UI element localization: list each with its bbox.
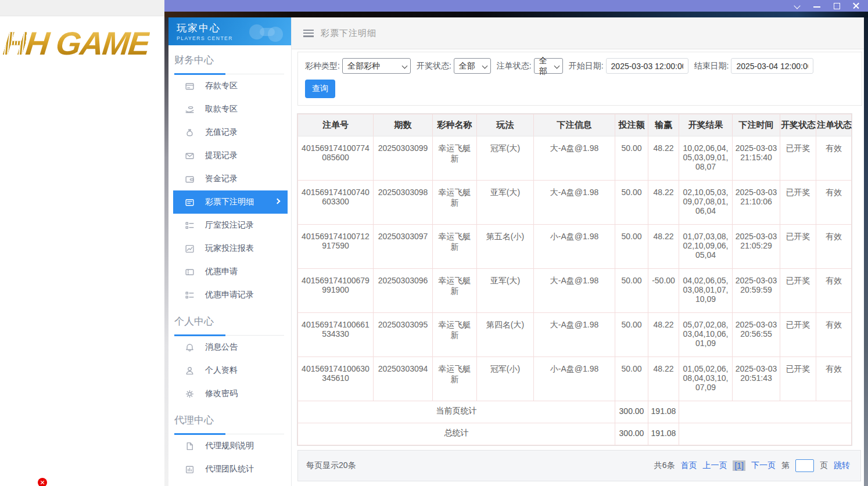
column-header: 期数 xyxy=(374,114,433,136)
sidebar-item-label: 提现记录 xyxy=(205,150,238,161)
sidebar-header: 玩家中心 PLAYERS CENTER xyxy=(168,17,291,45)
table-cell: 20250303097 xyxy=(374,225,433,269)
sidebar-item-优惠申请[interactable]: 优惠申请 xyxy=(168,260,291,283)
summary-label: 总统计 xyxy=(298,423,615,445)
sidebar-item-存款专区[interactable]: 存款专区 xyxy=(168,74,291,98)
sidebar-item-label: 厅室投注记录 xyxy=(205,220,254,231)
table-cell: 有效 xyxy=(816,181,852,225)
page-jump-input[interactable] xyxy=(795,459,814,472)
bet-card-icon xyxy=(185,197,195,207)
column-header: 彩种名称 xyxy=(433,114,477,136)
start-date-input[interactable] xyxy=(606,58,688,74)
sidebar-item-消息公告[interactable]: 消息公告 xyxy=(168,336,291,359)
column-header: 玩法 xyxy=(477,114,534,136)
sidebar-item-label: 存款专区 xyxy=(205,81,238,91)
next-page-link[interactable]: 下一页 xyxy=(751,460,776,471)
summary-bet-total: 300.00 xyxy=(615,423,648,445)
table-cell: 20250303096 xyxy=(374,269,433,313)
background-page: HH GAME ✕ xyxy=(0,0,164,486)
sidebar-item-个人资料[interactable]: 个人资料 xyxy=(168,359,291,382)
table-cell: 50.00 xyxy=(615,313,648,357)
stats-icon xyxy=(185,465,195,474)
sidebar-item-资金记录[interactable]: 资金记录 xyxy=(168,167,291,190)
summary-empty xyxy=(679,423,852,445)
table-cell: 2025-03-03 20:59:59 xyxy=(733,269,780,313)
per-page-text: 每页显示20条 xyxy=(306,460,356,471)
sidebar-item-label: 资金记录 xyxy=(205,174,238,184)
summary-bet-total: 300.00 xyxy=(615,401,648,423)
filter-panel: 彩种类型: 全部彩种 开奖状态: 全部 注单状态: 全部 xyxy=(297,52,862,106)
sidebar-item-label: 取款专区 xyxy=(205,104,238,114)
sidebar-item-玩家投注报表[interactable]: 玩家投注报表 xyxy=(168,237,291,260)
table-row: 40156917410071291759020250303097幸运飞艇新第五名… xyxy=(298,225,852,269)
table-cell: 亚军(大) xyxy=(477,269,534,313)
sidebar-section-header: 代理中心 xyxy=(174,413,284,434)
column-header: 下注时间 xyxy=(733,114,780,136)
envelope-icon xyxy=(185,151,195,161)
table-cell: 第四名(大) xyxy=(477,313,534,357)
summary-empty xyxy=(679,401,852,423)
list-icon xyxy=(185,221,195,231)
table-cell: 有效 xyxy=(816,269,852,313)
table-cell: 已开奖 xyxy=(780,136,816,181)
query-button[interactable]: 查询 xyxy=(305,80,335,98)
draw-status-select[interactable]: 全部 xyxy=(454,58,491,74)
sidebar-item-label: 优惠申请记录 xyxy=(205,290,254,300)
withdraw-hand-icon xyxy=(185,105,195,114)
table-cell: 冠军(小) xyxy=(477,357,534,401)
jump-button[interactable]: 跳转 xyxy=(834,460,850,471)
chevron-down-icon xyxy=(401,64,407,69)
table-cell: 401569174100630345610 xyxy=(298,357,374,401)
main-panel: 彩票下注明细 彩种类型: 全部彩种 开奖状态: 全部 xyxy=(292,17,864,486)
table-cell: 04,02,06,05,03,08,01,07,10,09 xyxy=(679,269,733,313)
table-cell: 48.22 xyxy=(648,357,679,401)
coupon-icon xyxy=(185,267,195,277)
chevron-down-icon xyxy=(553,64,559,69)
gear-icon xyxy=(185,389,195,399)
table-cell: 有效 xyxy=(816,225,852,269)
sidebar-item-label: 代理规则说明 xyxy=(205,441,254,451)
window-frame-left xyxy=(164,17,168,486)
sidebar-item-提现记录[interactable]: 提现记录 xyxy=(168,144,291,167)
table-row: 40156917410063034561020250303094幸运飞艇新冠军(… xyxy=(298,357,852,401)
table-cell: 幸运飞艇新 xyxy=(433,225,477,269)
list-icon xyxy=(185,290,195,300)
sidebar-item-彩票下注明细[interactable]: 彩票下注明细 xyxy=(173,190,288,214)
sidebar-item-label: 优惠申请 xyxy=(205,267,238,277)
table-cell: 20250303094 xyxy=(374,357,433,401)
current-page-indicator: [1] xyxy=(733,460,745,471)
maximize-icon[interactable] xyxy=(833,2,840,9)
sidebar-item-label: 彩票下注明细 xyxy=(205,197,254,207)
table-row: 40156917410077408560020250303099幸运飞艇新冠军(… xyxy=(298,136,852,181)
bell-icon xyxy=(185,343,195,352)
table-cell: 冠军(大) xyxy=(477,136,534,181)
moneybag-icon xyxy=(185,128,195,138)
end-date-input[interactable] xyxy=(731,58,813,74)
first-page-link[interactable]: 首页 xyxy=(680,460,697,471)
window-frame-right xyxy=(864,17,868,486)
close-icon[interactable] xyxy=(853,2,860,9)
chevron-right-icon xyxy=(275,199,281,204)
sidebar-item-优惠申请记录[interactable]: 优惠申请记录 xyxy=(168,283,291,307)
minimize-icon[interactable] xyxy=(813,2,820,9)
sidebar-item-取款专区[interactable]: 取款专区 xyxy=(168,98,291,121)
sidebar-item-label: 消息公告 xyxy=(205,342,238,352)
table-cell: 01,05,02,06,08,04,03,10,07,09 xyxy=(679,357,733,401)
sidebar-item-代理团队统计[interactable]: 代理团队统计 xyxy=(168,458,291,481)
summary-winloss-total: 191.08 xyxy=(648,401,679,423)
titlebar-chevron-down-icon[interactable] xyxy=(794,2,801,9)
sidebar-item-代理规则说明[interactable]: 代理规则说明 xyxy=(168,434,291,458)
table-cell: 05,07,02,08,03,04,10,06,01,09 xyxy=(679,313,733,357)
table-cell: 大-A盘@1.98 xyxy=(534,181,615,225)
sidebar-item-修改密码[interactable]: 修改密码 xyxy=(168,382,291,405)
hamburger-icon[interactable] xyxy=(303,30,314,37)
prev-page-link[interactable]: 上一页 xyxy=(702,460,727,471)
order-status-select[interactable]: 全部 xyxy=(534,58,563,74)
document-icon xyxy=(185,441,195,451)
column-header: 开奖状态 xyxy=(780,114,816,136)
sidebar-item-厅室投注记录[interactable]: 厅室投注记录 xyxy=(168,214,291,237)
column-header: 下注信息 xyxy=(534,114,615,136)
lottery-type-select[interactable]: 全部彩种 xyxy=(342,58,411,74)
table-cell: 有效 xyxy=(816,357,852,401)
sidebar-item-充值记录[interactable]: 充值记录 xyxy=(168,121,291,144)
